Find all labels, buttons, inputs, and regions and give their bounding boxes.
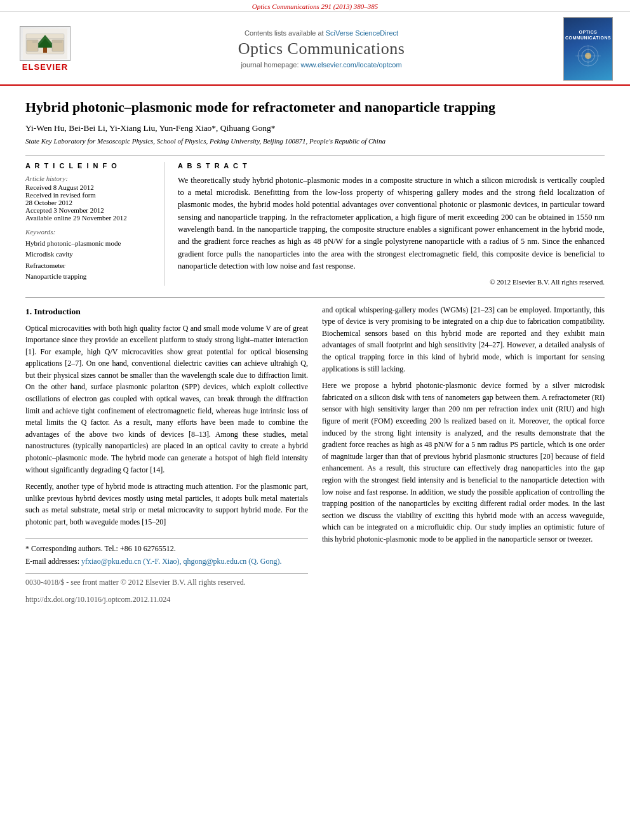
sciverse-link[interactable]: SciVerse ScienceDirect — [326, 29, 398, 37]
affiliation: State Key Laboratory for Mesoscopic Phys… — [25, 137, 605, 145]
divider-2 — [25, 297, 605, 298]
keyword-1: Hybrid photonic–plasmonic mode — [25, 238, 156, 250]
history-label: Article history: — [25, 175, 156, 182]
body-text: 1. Introduction Optical microcavities wi… — [25, 304, 605, 611]
received-revised-label: Received in revised form — [25, 191, 156, 199]
section-number: 1. — [25, 307, 32, 316]
footer-doi: http://dx.doi.org/10.1016/j.optcom.2012.… — [25, 594, 308, 606]
intro-para-1: Optical microcavities with both high qua… — [25, 323, 308, 476]
journal-cover-area: OPTICSCOMMUNICATIONS — [556, 17, 620, 81]
contents-text: Contents lists available at — [245, 29, 324, 37]
footnote-area: * Corresponding authors. Tel.: +86 10 62… — [25, 538, 308, 567]
received-date: Received 8 August 2012 — [25, 183, 156, 191]
svg-rect-7 — [52, 40, 64, 51]
email-2-link[interactable]: qhgong@pku.edu.cn (Q. Gong). — [184, 557, 282, 566]
elsevier-logo-area: ELSEVIER — [10, 26, 86, 72]
email-label: E-mail addresses: — [25, 557, 79, 566]
journal-citation: Optics Communications 291 (2013) 380–385 — [252, 3, 379, 10]
journal-header: ELSEVIER Contents lists available at Sci… — [0, 12, 630, 86]
cover-title: OPTICSCOMMUNICATIONS — [565, 29, 611, 41]
footer-bar: 0030-4018/$ - see front matter © 2012 El… — [25, 573, 308, 606]
paper-title: Hybrid photonic–plasmonic mode for refra… — [25, 98, 605, 117]
authors: Yi-Wen Hu, Bei-Bei Li, Yi-Xiang Liu, Yun… — [25, 123, 605, 133]
divider-1 — [25, 155, 605, 156]
elsevier-text: ELSEVIER — [22, 62, 68, 72]
footnote-asterisk: * Corresponding authors. Tel.: +86 10 62… — [25, 543, 308, 554]
footnote-email: E-mail addresses: yfxiao@pku.edu.cn (Y.-… — [25, 556, 308, 567]
elsevier-logo-image — [20, 26, 70, 61]
keywords-label: Keywords: — [25, 228, 156, 236]
cover-graphic — [569, 43, 607, 69]
abstract-text: We theoretically study hybrid photonic–p… — [178, 175, 605, 273]
accepted-date: Accepted 3 November 2012 — [25, 206, 156, 214]
journal-citation-bar: Optics Communications 291 (2013) 380–385 — [0, 0, 630, 12]
footer-issn: 0030-4018/$ - see front matter © 2012 El… — [25, 577, 308, 589]
intro-para-2: Recently, another type of hybrid mode is… — [25, 481, 308, 528]
available-date: Available online 29 November 2012 — [25, 214, 156, 222]
article-info: A R T I C L E I N F O Article history: R… — [25, 162, 165, 286]
homepage-prefix: journal homepage: — [241, 61, 298, 69]
journal-cover: OPTICSCOMMUNICATIONS — [563, 17, 613, 81]
history-group: Article history: Received 8 August 2012 … — [25, 175, 156, 222]
svg-rect-6 — [27, 40, 38, 51]
keyword-3: Refractometer — [25, 260, 156, 272]
intro-col2-para-2: Here we propose a hybrid photonic-plasmo… — [322, 380, 605, 545]
keyword-4: Nanoparticle trapping — [25, 271, 156, 283]
authors-text: Yi-Wen Hu, Bei-Bei Li, Yi-Xiang Liu, Yun… — [25, 123, 275, 133]
elsevier-tree-svg — [23, 29, 67, 59]
journal-homepage: journal homepage: www.elsevier.com/locat… — [86, 61, 556, 69]
homepage-link[interactable]: www.elsevier.com/locate/optcom — [301, 61, 402, 69]
elsevier-logo: ELSEVIER — [10, 26, 80, 72]
intro-col2-para-1: and optical whispering-gallery modes (WG… — [322, 304, 605, 375]
email-1-link[interactable]: yfxiao@pku.edu.cn (Y.-F. Xiao), — [81, 557, 182, 566]
body-col-left: 1. Introduction Optical microcavities wi… — [25, 304, 308, 611]
sciverse-line: Contents lists available at SciVerse Sci… — [86, 29, 556, 37]
main-content: Hybrid photonic–plasmonic mode for refra… — [0, 86, 630, 623]
abstract-col: A B S T R A C T We theoretically study h… — [178, 162, 605, 286]
intro-title: 1. Introduction — [25, 305, 308, 319]
section-title-text: Introduction — [34, 307, 81, 316]
article-info-header: A R T I C L E I N F O — [25, 162, 156, 170]
article-info-abstract: A R T I C L E I N F O Article history: R… — [25, 162, 605, 286]
copyright: © 2012 Elsevier B.V. All rights reserved… — [178, 278, 605, 286]
keywords-section: Keywords: Hybrid photonic–plasmonic mode… — [25, 228, 156, 283]
keyword-2: Microdisk cavity — [25, 249, 156, 260]
received-revised-date: 28 October 2012 — [25, 199, 156, 206]
abstract-header: A B S T R A C T — [178, 162, 605, 170]
journal-header-center: Contents lists available at SciVerse Sci… — [86, 29, 556, 69]
body-col-right: and optical whispering-gallery modes (WG… — [322, 304, 605, 611]
journal-title: Optics Communications — [86, 39, 556, 58]
